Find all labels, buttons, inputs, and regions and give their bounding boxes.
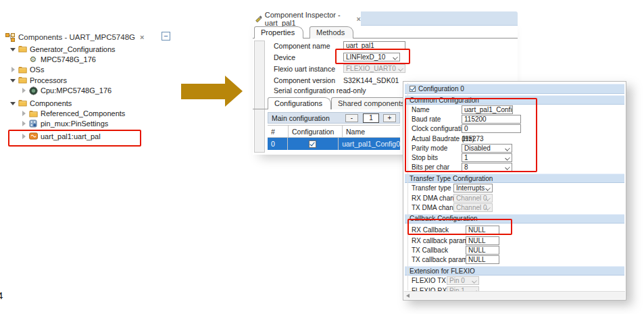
uart-icon	[28, 132, 38, 140]
rx-callback-label: RX Callback	[412, 226, 449, 234]
arrow-right-icon	[225, 76, 243, 107]
row-enabled-checkbox[interactable]	[309, 140, 316, 148]
tree-item-label: OSs	[30, 66, 44, 74]
component-name-input[interactable]: uart_pal1	[343, 41, 405, 50]
tree-item-label: MPC5748G_176	[41, 55, 96, 63]
flexio-instance-select: FLEXIO_UART0	[343, 64, 405, 73]
gear-icon: ⚙	[28, 55, 38, 64]
expander-expanded-icon[interactable]	[9, 47, 16, 51]
rx-callback-parameter-input[interactable]: NULL	[466, 236, 499, 245]
expander-expanded-icon[interactable]	[9, 78, 16, 82]
main-configuration-toolbar: Main configuration - 1 +	[268, 112, 400, 124]
chevron-down-icon	[393, 55, 398, 60]
expander-expanded-icon[interactable]	[9, 101, 16, 105]
expander-collapsed-icon[interactable]	[9, 67, 16, 72]
config-count-field[interactable]: 1	[363, 113, 379, 123]
inspector-icon	[255, 14, 262, 23]
inspector-tab[interactable]: Component Inspector - uart_pal1 ×	[253, 11, 361, 26]
pinmux-icon	[28, 120, 38, 128]
tree-item-cpu-mpc5748g-176[interactable]: Cpu:MPC5748G_176	[5, 86, 174, 96]
row-name: Name uart_pal1_Config0	[403, 105, 626, 114]
component-version-label: Component version	[274, 76, 335, 84]
expander-collapsed-icon[interactable]	[20, 121, 27, 126]
row-config-name: uart_pal1_Config0	[338, 138, 400, 150]
add-config-button[interactable]: +	[383, 114, 396, 122]
bits-per-char-label: Bits per char	[412, 163, 449, 171]
row-rx-callback: RX Callback NULL	[403, 224, 626, 236]
folder-icon	[18, 99, 27, 107]
configuration-detail-panel: Configuration 0 Common Configuration Nam…	[403, 81, 626, 300]
section-extension-flexio: Extension for FLEXIO	[405, 266, 624, 276]
tab-methods[interactable]: Methods	[309, 26, 353, 38]
row-clock-configuration: Clock configuration 0	[403, 124, 626, 133]
configuration-0-checkbox[interactable]	[410, 86, 416, 92]
tx-callback-label: TX Callback	[412, 246, 448, 254]
components-tree: Generator_Configurations ⚙ MPC5748G_176 …	[5, 44, 174, 142]
table-row[interactable]: 0 uart_pal1_Config0	[268, 138, 400, 150]
folder-icon	[18, 76, 27, 84]
components-view-title: Components - UART_MPC5748G	[18, 33, 135, 41]
baud-rate-label: Baud rate	[412, 115, 441, 123]
flexio-tx-pin-value: Pin 0	[449, 277, 465, 284]
row-bits-per-char: Bits per char 8	[403, 162, 626, 172]
tx-dma-channel-select: Channel 0	[453, 203, 493, 212]
tree-item-generator-configurations[interactable]: Generator_Configurations	[5, 44, 174, 54]
tree-item-label: Referenced_Components	[41, 109, 125, 117]
tx-callback-input[interactable]: NULL	[466, 246, 499, 255]
chevron-down-icon	[505, 165, 510, 170]
main-configuration-label: Main configuration	[272, 114, 330, 122]
form-margin-strip	[254, 41, 265, 153]
tab-shared-components[interactable]: Shared components	[331, 97, 413, 109]
remove-config-button[interactable]: -	[345, 114, 358, 122]
tab-configurations[interactable]: Configurations	[268, 97, 331, 109]
tab-properties[interactable]: Properties	[254, 26, 303, 38]
chevron-down-icon	[505, 155, 510, 161]
row-flexio-tx-pin: FLEXIO TX pin Pin 0	[403, 276, 626, 285]
tree-item-components[interactable]: Components	[5, 98, 174, 108]
tree-item-processors[interactable]: Processors	[5, 75, 174, 85]
field-row-flexio-instance: Flexio uart instance FLEXIO_UART0	[274, 64, 510, 74]
arrow-shaft	[181, 84, 225, 99]
chevron-down-icon	[398, 66, 403, 72]
clock-configuration-label: Clock configuration	[412, 125, 469, 132]
field-row-component-name: Component name uart_pal1	[274, 41, 510, 51]
baud-rate-input[interactable]: 115200	[462, 115, 521, 124]
expander-collapsed-icon[interactable]	[20, 111, 27, 116]
parity-mode-label: Parity mode	[412, 145, 447, 152]
tx-dma-channel-value: Channel 0	[456, 204, 487, 211]
rx-dma-channel-value: Channel 0	[456, 194, 487, 202]
close-icon[interactable]: ×	[357, 15, 361, 23]
collapse-all-icon[interactable]: −	[162, 32, 170, 41]
clock-configuration-input[interactable]: 0	[462, 124, 521, 133]
tree-item-oss[interactable]: OSs	[5, 65, 174, 75]
tree-item-referenced-components[interactable]: Referenced_Components	[5, 108, 174, 118]
expander-collapsed-icon[interactable]	[20, 134, 27, 139]
transfer-type-select[interactable]: Interrupts	[453, 184, 493, 192]
row-transfer-type: Transfer type Interrupts	[403, 183, 626, 192]
col-header-name: Name	[342, 126, 400, 137]
row-rx-callback-parameter: RX callback parameter NULL	[403, 236, 626, 245]
rx-callback-input[interactable]: NULL	[466, 226, 499, 234]
device-value: LINFlexD_10	[346, 53, 385, 61]
expander-collapsed-icon[interactable]	[20, 88, 27, 93]
tree-item-uart-pal[interactable]: uart_pal1:uart_pal	[5, 131, 174, 141]
col-header-index: #	[268, 128, 288, 136]
row-tx-callback-parameter: TX callback parameter NULL	[403, 255, 626, 264]
chevron-down-icon	[505, 146, 510, 151]
stop-bits-select[interactable]: 1	[462, 153, 512, 162]
close-icon[interactable]: ×	[140, 33, 144, 41]
horizontal-scrollbar[interactable]	[404, 291, 625, 299]
inspector-tabbar: Component Inspector - uart_pal1 ×	[253, 11, 518, 26]
scroll-left-icon[interactable]	[406, 294, 410, 298]
tree-item-label: pin_mux:PinSettings	[41, 120, 108, 128]
tree-item-pin-mux[interactable]: pin_mux:PinSettings	[5, 119, 174, 129]
parity-mode-select[interactable]: Disabled	[462, 144, 512, 153]
device-select[interactable]: LINFlexD_10	[343, 53, 400, 61]
name-input[interactable]: uart_pal1_Config0	[462, 105, 513, 114]
properties-methods-tabs: Properties Methods	[253, 26, 518, 38]
flexio-instance-label: Flexio uart instance	[274, 65, 335, 73]
tree-item-mpc5748g-176[interactable]: ⚙ MPC5748G_176	[5, 54, 174, 64]
bits-per-char-select[interactable]: 8	[462, 163, 512, 172]
tx-callback-parameter-input[interactable]: NULL	[466, 255, 499, 264]
device-label: Device	[274, 53, 295, 61]
